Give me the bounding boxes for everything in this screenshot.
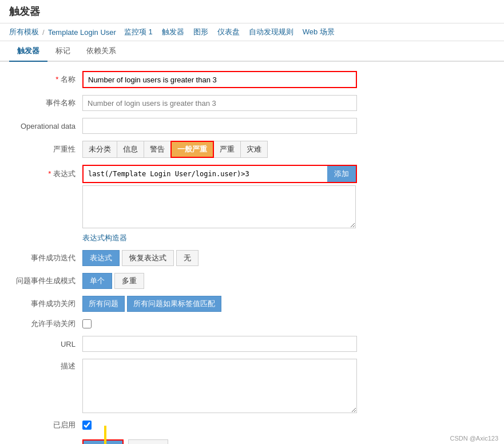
event-success-label: 事件成功迭代 [14,253,82,263]
issue-mode-row: 问题事件生成模式 单个 多重 [14,273,490,289]
add-expression-button[interactable]: 添加 [327,166,356,182]
event-name-label: 事件名称 [14,98,82,108]
expression-container: 添加 [82,165,357,183]
tab-dependencies[interactable]: 依赖关系 [78,41,124,62]
close-all-issues[interactable]: 所有问题 [82,296,125,312]
severity-average[interactable]: 一般严重 [170,141,214,158]
event-close-label: 事件成功关闭 [14,299,82,309]
description-label: 描述 [14,359,82,371]
event-success-expression[interactable]: 表达式 [82,250,120,266]
expression-textarea-row [14,185,490,228]
expression-input[interactable] [84,166,327,182]
event-success-buttons: 表达式 恢复表达式 无 [82,250,199,266]
allow-manual-close-label: 允许手动关闭 [14,319,82,329]
name-field-container [82,71,357,88]
expr-builder-row: 表达式构造器 [14,233,490,243]
event-success-row: 事件成功迭代 表达式 恢复表达式 无 [14,250,490,266]
issue-mode-single[interactable]: 单个 [82,273,112,289]
operational-data-label: Operational data [14,122,82,130]
event-success-none[interactable]: 无 [176,250,199,266]
severity-warning[interactable]: 警告 [144,141,170,158]
url-row: URL [14,336,490,352]
close-all-issues-tag[interactable]: 所有问题如果标签值匹配 [127,296,221,312]
severity-info[interactable]: 信息 [117,141,144,158]
name-row: * 名称 [14,71,490,88]
event-name-row: 事件名称 [14,95,490,111]
operational-data-input[interactable] [82,118,357,134]
main-content: * 名称 事件名称 Operational data 严重性 未分类 信息 警告… [0,62,504,444]
breadcrumb-nav-triggers[interactable]: 触发器 [162,27,184,37]
severity-label: 严重性 [14,144,82,154]
issue-mode-buttons: 单个 多重 [82,273,144,289]
breadcrumb-nav: 监控项 1 触发器 图形 仪表盘 自动发现规则 Web 场景 [124,27,335,37]
severity-buttons: 未分类 信息 警告 一般严重 严重 灾难 [82,141,268,158]
tab-triggers[interactable]: 触发器 [9,41,47,62]
event-close-row: 事件成功关闭 所有问题 所有问题如果标签值匹配 [14,296,490,312]
breadcrumb-nav-web[interactable]: Web 场景 [303,27,335,37]
expression-row: * 表达式 添加 [14,165,490,183]
severity-high[interactable]: 严重 [214,141,241,158]
enabled-row: 已启用 [14,420,490,430]
description-row: 描述 [14,359,490,413]
allow-manual-close-checkbox[interactable] [82,319,92,328]
page-title: 触发器 [9,6,40,17]
breadcrumb-all-templates[interactable]: 所有模板 [9,27,39,37]
name-label: * 名称 [14,74,82,85]
footer-text: CSDN @Axic123 [450,435,498,442]
expression-textarea[interactable] [82,185,356,228]
operational-data-row: Operational data [14,118,490,134]
expression-label: * 表达式 [14,169,82,179]
severity-unclassified[interactable]: 未分类 [82,141,117,158]
yellow-arrow-indicator [94,426,128,444]
enabled-checkbox[interactable] [82,421,92,430]
url-input[interactable] [82,336,357,352]
breadcrumb-nav-monitoring[interactable]: 监控项 1 [124,27,153,37]
name-input[interactable] [84,72,356,87]
event-name-input[interactable] [82,95,357,111]
event-close-tags: 所有问题 所有问题如果标签值匹配 [82,296,221,312]
tabs-bar: 触发器 标记 依赖关系 [0,41,504,62]
breadcrumb-nav-dashboard[interactable]: 仪表盘 [217,27,240,37]
cancel-button[interactable]: 取消 [128,439,168,444]
page-title-bar: 触发器 [0,0,504,23]
tab-marks[interactable]: 标记 [47,41,78,62]
breadcrumb-nav-discovery[interactable]: 自动发现规则 [249,27,293,37]
action-buttons: 添加 取消 [14,439,490,444]
enabled-label: 已启用 [14,420,82,430]
event-success-recovery[interactable]: 恢复表达式 [122,250,174,266]
url-label: URL [14,340,82,348]
severity-disaster[interactable]: 灾难 [241,141,268,158]
expression-builder-link[interactable]: 表达式构造器 [82,233,127,243]
breadcrumb-current-template[interactable]: Template Login User [48,28,116,37]
allow-manual-close-row: 允许手动关闭 [14,319,490,329]
description-textarea[interactable] [82,359,357,413]
breadcrumb-nav-graphs[interactable]: 图形 [193,27,208,37]
issue-mode-multiple[interactable]: 多重 [114,273,144,289]
breadcrumb: 所有模板 / Template Login User 监控项 1 触发器 图形 … [0,23,504,41]
issue-mode-label: 问题事件生成模式 [14,276,82,286]
breadcrumb-separator: / [42,28,45,37]
severity-row: 严重性 未分类 信息 警告 一般严重 严重 灾难 [14,141,490,158]
